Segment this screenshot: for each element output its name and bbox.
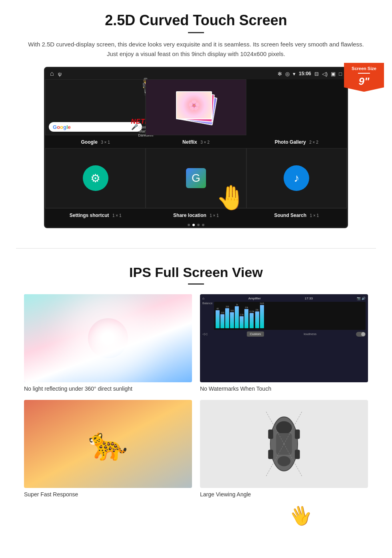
sound-grid-size: 1 × 1 bbox=[310, 213, 319, 218]
camera-icon: ⊟ bbox=[314, 71, 319, 77]
eq-bar-1k bbox=[235, 306, 239, 328]
feature-fast-response-caption: Super Fast Response bbox=[24, 491, 192, 498]
wifi-icon: ▾ bbox=[293, 71, 296, 77]
section-ips: IPS Full Screen View No light reflecting… bbox=[0, 261, 392, 514]
svg-rect-6 bbox=[295, 430, 300, 439]
sound-label: Sound Search 1 × 1 bbox=[246, 210, 347, 220]
eq-group-sub: SUB bbox=[260, 302, 264, 328]
app-labels-row-2: Settings shortcut 1 × 1 Share location 1… bbox=[45, 208, 347, 221]
top-app-row: Google 🎤 🕴 ▶ NETFLIX Continue Marvel's D… bbox=[45, 79, 347, 135]
amp-icons: 📷 🔊 bbox=[357, 297, 366, 300]
netflix-app-name: Netflix bbox=[182, 139, 197, 145]
amp-custom-btn[interactable]: Custom bbox=[247, 331, 264, 337]
sound-app-name: Sound Search bbox=[274, 213, 306, 218]
eq-group-8: 12.5k bbox=[249, 310, 254, 328]
google-maps-icon: G bbox=[186, 168, 206, 188]
share-location-cell[interactable]: G 🤚 bbox=[146, 148, 246, 208]
eq-group-4: 500 bbox=[230, 309, 234, 328]
feature-fast-response: 🐆 Super Fast Response bbox=[24, 400, 192, 498]
svg-rect-7 bbox=[295, 450, 300, 459]
app-labels-row-1: Google 3 × 1 Netflix 3 × 2 Photo Gallery… bbox=[45, 135, 347, 148]
eq-label-2_5k: 2.5k bbox=[240, 313, 244, 316]
sound-search-cell[interactable]: ♪ bbox=[246, 148, 347, 208]
home-icon[interactable]: ⌂ bbox=[50, 70, 54, 77]
eq-label-1k: 1k bbox=[236, 303, 238, 306]
screen-icon: □ bbox=[339, 71, 342, 77]
share-app-name: Share location bbox=[173, 213, 206, 218]
feature-grid: No light reflecting under 360° direct su… bbox=[24, 294, 368, 498]
eq-label-100hz: 100 bbox=[221, 311, 224, 314]
feature-watermark: ⌂ Amplifier 17:33 📷 🔊 Balance 60 bbox=[200, 294, 368, 392]
eq-label-200hz: 200 bbox=[226, 305, 229, 308]
eq-label-60hz: 60 bbox=[217, 307, 219, 310]
feature-viewing-angle: Large Viewing Angle bbox=[200, 400, 368, 498]
page-dot-2 bbox=[192, 224, 195, 226]
photo-gallery-cell[interactable]: 🌸 bbox=[146, 79, 246, 135]
eq-bar-500hz bbox=[230, 312, 234, 328]
amp-bal: Balance bbox=[202, 302, 212, 330]
photo-gallery-app-name: Photo Gallery bbox=[275, 139, 306, 145]
amp-footer: ◁◁ Custom loudness bbox=[202, 331, 366, 337]
google-label: Google 3 × 1 bbox=[45, 137, 146, 147]
eq-bar-15k bbox=[255, 311, 259, 328]
cheetah-visual: 🐆 bbox=[24, 400, 192, 488]
toggle-knob bbox=[361, 332, 365, 336]
eq-group-7: 10k bbox=[244, 306, 248, 328]
flower-image: 🌸 bbox=[177, 92, 211, 118]
eq-label-500hz: 500 bbox=[230, 309, 234, 312]
sunlight-visual bbox=[24, 294, 192, 382]
feature-viewing-angle-image bbox=[200, 400, 368, 488]
page-dots bbox=[45, 221, 347, 227]
feature-sunlight: No light reflecting under 360° direct su… bbox=[24, 294, 192, 392]
eq-bar-100hz bbox=[220, 314, 224, 328]
photo-card-1: 🌸 bbox=[176, 91, 212, 119]
settings-label: Settings shortcut 1 × 1 bbox=[45, 210, 146, 220]
section2-title: IPS Full Screen View bbox=[24, 265, 368, 280]
section1-title: 2.5D Curved Touch Screen bbox=[24, 12, 368, 29]
volume-icon: ◁) bbox=[322, 71, 328, 77]
page-dot-1 bbox=[188, 224, 190, 226]
section2-divider bbox=[188, 283, 204, 285]
share-grid-size: 1 × 1 bbox=[210, 213, 219, 218]
eq-bar-sub bbox=[260, 305, 264, 328]
svg-point-2 bbox=[278, 456, 290, 466]
music-note-icon: ♪ bbox=[294, 172, 299, 185]
photo-stack: 🌸 bbox=[176, 91, 216, 123]
feature-watermark-image: ⌂ Amplifier 17:33 📷 🔊 Balance 60 bbox=[200, 294, 368, 382]
settings-icon-wrap: ⚙ bbox=[83, 165, 108, 191]
car-top-view-visual bbox=[200, 400, 368, 488]
svg-rect-4 bbox=[268, 430, 273, 439]
amp-loudness-label: loudness bbox=[304, 332, 316, 336]
title-divider bbox=[188, 32, 204, 33]
netflix-label: Netflix 3 × 2 bbox=[146, 137, 246, 147]
feature-viewing-angle-caption: Large Viewing Angle bbox=[200, 491, 368, 498]
status-right-icons: ✻ ◎ ▾ 15:06 ⊟ ◁) ▣ □ bbox=[278, 71, 342, 77]
amp-loudness-toggle[interactable] bbox=[356, 332, 366, 337]
svg-rect-5 bbox=[268, 450, 273, 459]
sun-glow bbox=[88, 318, 128, 358]
amplifier-visual: ⌂ Amplifier 17:33 📷 🔊 Balance 60 bbox=[200, 294, 368, 382]
photo-gallery-grid-size: 2 × 2 bbox=[309, 140, 318, 145]
eq-bar-2_5k bbox=[240, 316, 244, 328]
google-app-name: Google bbox=[81, 139, 97, 145]
amp-title: Amplifier bbox=[248, 297, 261, 300]
section-divider bbox=[16, 248, 376, 249]
section-curved-screen: 2.5D Curved Touch Screen With 2.5D curve… bbox=[0, 0, 392, 236]
settings-app-cell[interactable]: ⚙ bbox=[45, 148, 146, 208]
google-search-bar[interactable]: Google 🎤 bbox=[49, 122, 142, 132]
eq-label-10k: 10k bbox=[245, 306, 248, 309]
eq-bar-10k bbox=[244, 309, 248, 328]
eq-bar-12_5k bbox=[250, 313, 254, 328]
status-bar: ⌂ ψ ✻ ◎ ▾ 15:06 ⊟ ◁) ▣ □ bbox=[45, 68, 347, 79]
usb-icon: ψ bbox=[58, 71, 62, 77]
google-app-cell[interactable]: Google 🎤 bbox=[45, 79, 146, 135]
battery-icon: ▣ bbox=[331, 71, 336, 77]
eq-label-15k: 15k bbox=[256, 309, 259, 311]
status-time: 15:06 bbox=[299, 71, 311, 76]
amp-nav-icons: ◁◁ bbox=[202, 332, 207, 336]
eq-group-3: 200 bbox=[225, 305, 229, 328]
screen-size-badge: Screen Size 9" bbox=[344, 63, 384, 92]
netflix-grid-size: 3 × 2 bbox=[200, 140, 210, 145]
device-mockup: Screen Size 9" ⌂ ψ ✻ ◎ ▾ 15:06 ⊟ ◁) ▣ bbox=[44, 67, 348, 228]
eq-group-9: 15k bbox=[255, 309, 259, 328]
